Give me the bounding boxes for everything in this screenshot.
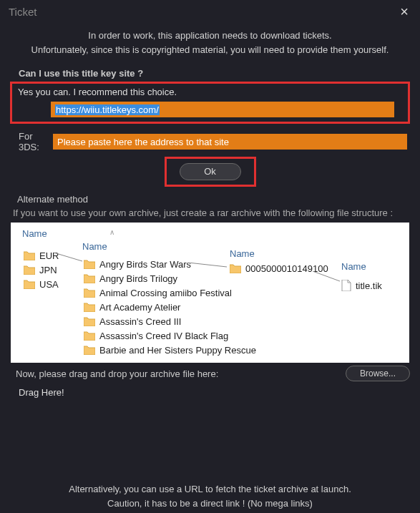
intro-line1: In order to work, this application needs…: [10, 29, 410, 43]
region-item[interactable]: JPN: [24, 263, 59, 277]
game-label: Angry Birds Trilogy: [99, 273, 177, 284]
game-item[interactable]: Assassin's Creed IV Black Flag: [84, 328, 256, 343]
for-3ds-input[interactable]: Please paste here the address to that si…: [53, 134, 407, 150]
game-label: Art Academy Atelier: [99, 302, 180, 313]
intro-line2: Unfortunately, since this is copyrighted…: [10, 43, 410, 57]
drag-here-zone[interactable]: Drag Here!: [19, 387, 410, 398]
url-fetch-note: Alternatively, you can use a URL to fetc…: [10, 482, 410, 510]
close-icon[interactable]: ×: [394, 4, 414, 20]
ticket-file-list: title.tik: [341, 278, 382, 293]
url-note-line1: Alternatively, you can use a URL to fetc…: [10, 482, 410, 497]
game-item[interactable]: Art Academy Atelier: [84, 300, 256, 314]
drag-drop-row: Now, please drag and drop your archive f…: [10, 366, 410, 381]
folder-icon: [24, 265, 35, 275]
ticket-file-label: title.tik: [356, 280, 382, 291]
svg-line-2: [313, 271, 340, 281]
folder-icon: [24, 250, 35, 260]
folder-icon: [230, 263, 241, 273]
ok-button[interactable]: Ok: [180, 163, 241, 180]
col-header-games: Name: [82, 241, 107, 252]
file-icon: [341, 280, 351, 291]
titlekey-confirm: Yes you can. I recommend this choice.: [18, 87, 404, 97]
folder-icon: [84, 273, 95, 283]
svg-line-0: [54, 253, 82, 261]
region-label: JPN: [39, 265, 57, 275]
connector-line: [313, 271, 343, 284]
browse-button[interactable]: Browse...: [346, 366, 410, 381]
region-label: USA: [39, 279, 59, 290]
game-item[interactable]: Animal Crossing amiibo Festival: [84, 285, 256, 300]
alternate-heading: Alternate method: [17, 194, 410, 205]
connector-line: [188, 263, 228, 270]
ok-highlight-box: Ok: [165, 157, 256, 187]
titlekey-question: Can I use this title key site ?: [19, 68, 410, 79]
col-header-files: Name: [341, 261, 366, 272]
folder-icon: [84, 302, 95, 312]
drag-drop-label: Now, please drag and drop your archive f…: [10, 368, 346, 379]
wiiu-url-input[interactable]: https://wiiu.titlekeys.com/: [51, 102, 394, 117]
folder-icon: [84, 288, 95, 298]
sort-indicator: ∧: [109, 228, 114, 236]
folder-icon: [84, 316, 95, 326]
titlebar: Ticket ×: [0, 0, 420, 23]
folder-icon: [84, 345, 95, 355]
game-label: Assassin's Creed IV Black Flag: [99, 331, 228, 341]
game-label: Assassin's Creed III: [99, 316, 181, 327]
content-area: In order to work, this application needs…: [0, 23, 420, 513]
spacer: [10, 398, 410, 469]
game-label: Animal Crossing amiibo Festival: [99, 288, 232, 298]
game-item[interactable]: Barbie and Her Sisters Puppy Rescue: [84, 343, 256, 357]
for-3ds-placeholder: Please paste here the address to that si…: [57, 137, 229, 147]
titlekey-highlight-box: Yes you can. I recommend this choice. ht…: [10, 82, 410, 124]
intro-text: In order to work, this application needs…: [10, 29, 410, 57]
window-title: Ticket: [9, 6, 36, 18]
folder-icon: [84, 259, 95, 269]
game-label: Barbie and Her Sisters Puppy Rescue: [99, 345, 256, 356]
region-item[interactable]: USA: [24, 277, 59, 291]
wiiu-url-text: https://wiiu.titlekeys.com/: [55, 104, 160, 115]
game-item[interactable]: Assassin's Creed III: [84, 314, 256, 328]
ticket-file-item[interactable]: title.tik: [341, 278, 382, 293]
file-structure-panel: Name ∧ Name Name Name EUR JPN USA Angry …: [11, 223, 409, 363]
url-note-line2: Caution, it has to be a direct link ! (N…: [10, 497, 410, 511]
game-label: Angry Birds Star Wars: [99, 259, 191, 270]
connector-line: [54, 253, 85, 263]
for-3ds-row: For 3DS: Please paste here the address t…: [10, 131, 410, 152]
alternate-desc: If you want to use your own archive, jus…: [13, 207, 410, 218]
folder-icon: [84, 331, 95, 341]
folder-icon: [24, 279, 35, 289]
for-3ds-label: For 3DS:: [10, 131, 53, 152]
col-header-regions: Name: [22, 228, 47, 239]
ok-button-wrap: Ok: [10, 157, 410, 187]
svg-line-1: [188, 263, 227, 267]
